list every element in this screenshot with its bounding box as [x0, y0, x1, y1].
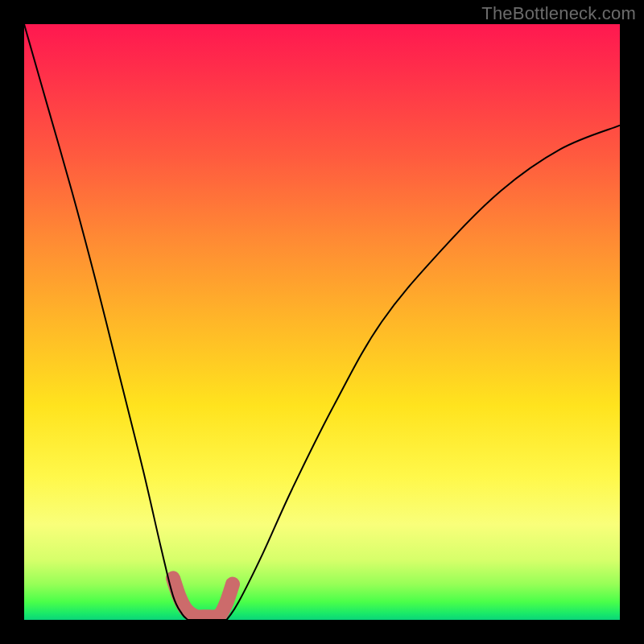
highlight-bumps [173, 578, 233, 617]
curve-layer [24, 24, 620, 620]
chart-frame: TheBottleneck.com [0, 0, 644, 644]
watermark-text: TheBottleneck.com [481, 3, 636, 24]
bottleneck-curve [24, 24, 620, 620]
plot-area [24, 24, 620, 620]
